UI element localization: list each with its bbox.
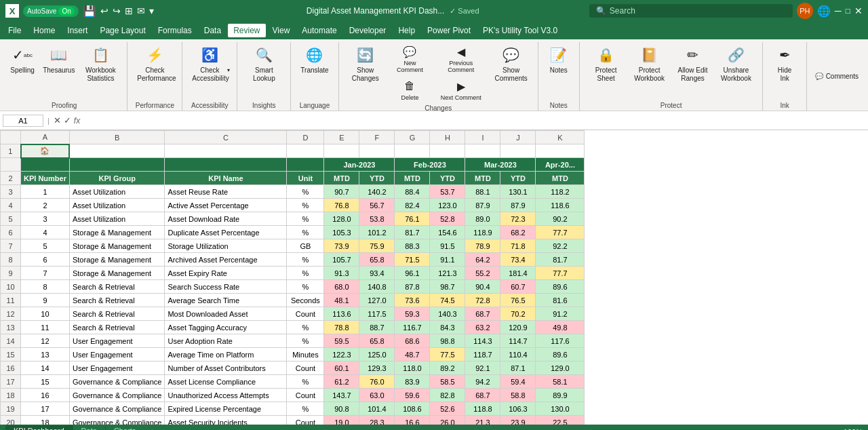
cell-6f[interactable]: 101.2 [359, 226, 395, 239]
cell-e1[interactable] [324, 144, 359, 158]
cell-18g[interactable]: 59.6 [395, 389, 430, 402]
cell-10j[interactable]: 60.7 [500, 280, 536, 294]
protect-sheet-button[interactable]: 🔒 Protect Sheet [585, 42, 627, 85]
row-header-9[interactable]: 9 [1, 267, 21, 280]
cell-13g[interactable]: 116.7 [395, 321, 430, 334]
cell-6d[interactable]: % [287, 226, 324, 239]
protect-workbook-button[interactable]: 📔 Protect Workbook [629, 42, 671, 85]
cell-4d[interactable]: % [287, 199, 324, 212]
cell-9k[interactable]: 77.7 [536, 267, 585, 280]
cell-mtd-apr-hdr[interactable]: MTD [536, 172, 585, 185]
restore-icon[interactable]: □ [846, 6, 850, 16]
cell-month-d[interactable] [287, 158, 324, 172]
cell-14k[interactable]: 117.6 [536, 334, 585, 348]
cell-17h[interactable]: 58.5 [430, 375, 465, 389]
undo-icon[interactable]: ↩ [100, 5, 108, 16]
menu-utility-tool[interactable]: PK's Utility Tool V3.0 [477, 24, 563, 37]
cell-20i[interactable]: 21.3 [465, 416, 500, 425]
cell-8c[interactable]: Archived Asset Percentage [165, 253, 287, 267]
confirm-formula-icon[interactable]: ✓ [64, 115, 71, 125]
cell-8e[interactable]: 105.7 [324, 253, 359, 267]
cell-3b[interactable]: Asset Utilization [69, 185, 164, 199]
globe-icon[interactable]: 🌐 [817, 5, 831, 18]
cell-15a[interactable]: 13 [21, 348, 70, 361]
cell-18e[interactable]: 143.7 [324, 389, 359, 402]
cell-18d[interactable]: Count [287, 389, 324, 402]
cell-4c[interactable]: Active Asset Percentage [165, 199, 287, 212]
row-header-1[interactable]: 1 [1, 144, 21, 158]
cell-14b[interactable]: User Engagement [69, 334, 164, 348]
row-header-13[interactable]: 13 [1, 321, 21, 334]
cell-19e[interactable]: 90.8 [324, 402, 359, 416]
cell-8g[interactable]: 71.5 [395, 253, 430, 267]
notes-button[interactable]: 📝 Notes [544, 42, 574, 77]
cell-12h[interactable]: 140.3 [430, 307, 465, 321]
save-icon[interactable]: 💾 [83, 5, 96, 18]
translate-button[interactable]: 🌐 Translate [296, 42, 332, 77]
row-header-19[interactable]: 19 [1, 402, 21, 416]
formula-input[interactable] [83, 115, 865, 126]
cell-3a[interactable]: 1 [21, 185, 70, 199]
cell-20k[interactable]: 22.5 [536, 416, 585, 425]
cell-unit-hdr[interactable]: Unit [287, 172, 324, 185]
grid-icon[interactable]: ⊞ [125, 5, 133, 16]
cell-10b[interactable]: Search & Retrieval [69, 280, 164, 294]
cell-18j[interactable]: 58.8 [500, 389, 536, 402]
cell-7i[interactable]: 78.9 [465, 239, 500, 253]
cell-15j[interactable]: 110.4 [500, 348, 536, 361]
cell-3k[interactable]: 118.2 [536, 185, 585, 199]
cell-7f[interactable]: 75.9 [359, 239, 395, 253]
cell-20j[interactable]: 23.9 [500, 416, 536, 425]
cell-10c[interactable]: Search Success Rate [165, 280, 287, 294]
cell-4a[interactable]: 2 [21, 199, 70, 212]
spelling-button[interactable]: ✓abc Spelling [7, 42, 38, 77]
profile-icon[interactable]: PH [797, 3, 813, 19]
cell-14h[interactable]: 98.8 [430, 334, 465, 348]
cell-month-b[interactable] [69, 158, 164, 172]
cell-19c[interactable]: Expired License Percentage [165, 402, 287, 416]
cell-4b[interactable]: Asset Utilization [69, 199, 164, 212]
new-comment-button[interactable]: 💬 New Comment [388, 42, 432, 75]
col-header-k[interactable]: K [536, 131, 585, 144]
cell-reference-input[interactable] [3, 115, 43, 127]
cell-12g[interactable]: 59.3 [395, 307, 430, 321]
cell-3c[interactable]: Asset Reuse Rate [165, 185, 287, 199]
cell-d1[interactable] [287, 144, 324, 158]
cell-13h[interactable]: 84.3 [430, 321, 465, 334]
cell-mtd-mar-hdr[interactable]: MTD [465, 172, 500, 185]
cell-19f[interactable]: 101.4 [359, 402, 395, 416]
cell-7c[interactable]: Storage Utilization [165, 239, 287, 253]
cell-16a[interactable]: 14 [21, 361, 70, 375]
cell-15g[interactable]: 48.7 [395, 348, 430, 361]
cell-5b[interactable]: Asset Utilization [69, 212, 164, 226]
cell-11h[interactable]: 74.5 [430, 294, 465, 307]
cancel-formula-icon[interactable]: ✕ [54, 115, 61, 125]
col-header-h[interactable]: H [430, 131, 465, 144]
cell-7b[interactable]: Storage & Management [69, 239, 164, 253]
allow-edit-ranges-button[interactable]: ✏ Allow Edit Ranges [672, 42, 714, 85]
cell-17e[interactable]: 61.2 [324, 375, 359, 389]
cell-ytd-jan-hdr[interactable]: YTD [359, 172, 395, 185]
cell-c1[interactable] [165, 144, 287, 158]
cell-14j[interactable]: 114.7 [500, 334, 536, 348]
row-header-15[interactable]: 15 [1, 348, 21, 361]
cell-8b[interactable]: Storage & Management [69, 253, 164, 267]
col-header-e[interactable]: E [324, 131, 359, 144]
cell-kpi-number-hdr[interactable]: KPI Number [21, 172, 70, 185]
cell-20f[interactable]: 28.3 [359, 416, 395, 425]
row-header-11[interactable]: 11 [1, 294, 21, 307]
cell-feb-header[interactable]: Feb-2023 [395, 158, 465, 172]
cell-4f[interactable]: 56.7 [359, 199, 395, 212]
cell-5a[interactable]: 3 [21, 212, 70, 226]
cell-3g[interactable]: 88.4 [395, 185, 430, 199]
cell-10g[interactable]: 87.8 [395, 280, 430, 294]
autosave-toggle[interactable]: AutoSave On [23, 5, 79, 17]
cell-8d[interactable]: % [287, 253, 324, 267]
cell-4j[interactable]: 87.9 [500, 199, 536, 212]
cell-18i[interactable]: 68.7 [465, 389, 500, 402]
check-accessibility-button[interactable]: ♿ Check Accessibility ▾ [188, 42, 231, 85]
thesaurus-button[interactable]: 📖 Thesaurus [39, 42, 78, 77]
cell-19d[interactable]: % [287, 402, 324, 416]
menu-formulas[interactable]: Formulas [153, 24, 197, 37]
show-changes-button[interactable]: 🔄 Show Changes [344, 42, 387, 85]
